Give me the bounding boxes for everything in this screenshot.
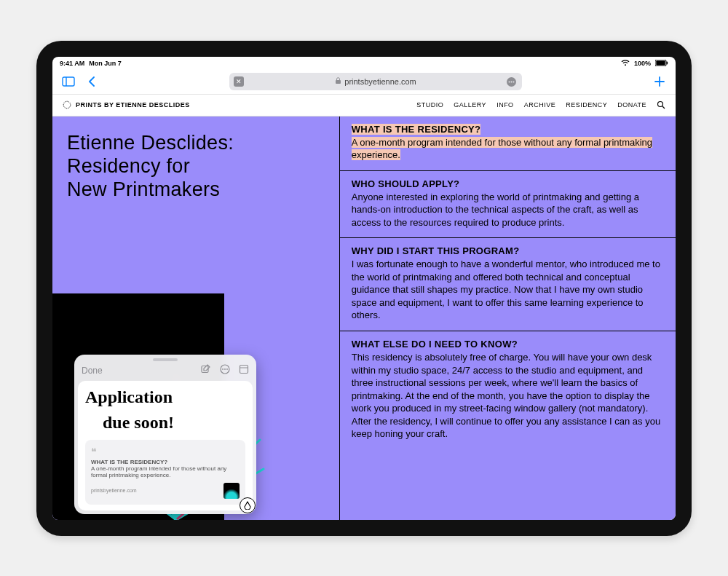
quick-note-done-button[interactable]: Done [82, 366, 103, 376]
svg-point-10 [63, 101, 71, 109]
faq-answer: Anyone interested in exploring the world… [352, 191, 661, 229]
link-card-source: printsbyetienne.com [91, 488, 137, 493]
svg-rect-1 [656, 60, 665, 65]
svg-point-16 [224, 368, 226, 370]
nav-link-residency[interactable]: RESIDENCY [566, 101, 607, 109]
link-card-title: WHAT IS THE RESIDENCY? [91, 459, 240, 465]
nav-link-gallery[interactable]: GALLERY [454, 101, 486, 109]
site-brand-text: PRINTS BY ETIENNE DESCLIDES [76, 101, 190, 109]
status-date: Mon Jun 7 [89, 60, 122, 67]
lock-icon [335, 77, 341, 86]
faq-item: WHAT ELSE DO I NEED TO KNOW? This reside… [340, 331, 676, 449]
markup-tool-icon[interactable] [240, 497, 256, 513]
svg-line-12 [662, 106, 665, 109]
nav-link-archive[interactable]: ARCHIVE [524, 101, 556, 109]
back-button[interactable] [83, 73, 100, 90]
wifi-icon [621, 60, 630, 66]
faq-question: WHAT ELSE DO I NEED TO KNOW? [352, 339, 661, 350]
faq-item: WHO SHOULD APPLY? Anyone interested in e… [340, 171, 676, 239]
more-icon[interactable] [220, 364, 230, 376]
page-settings-icon[interactable] [506, 76, 518, 87]
faq-answer: This residency is absolutely free of cha… [352, 351, 661, 441]
compose-icon[interactable] [201, 364, 211, 376]
handwriting-line-2: due soon! [103, 414, 245, 432]
quote-icon: ❝ [91, 446, 240, 457]
url-text: printsbyetienne.com [344, 77, 416, 86]
quick-note-body[interactable]: Application due soon! ❝ WHAT IS THE RESI… [78, 381, 253, 510]
faq-answer: A one-month program intended for those w… [352, 137, 652, 161]
sidebar-toggle-button[interactable] [60, 73, 77, 90]
svg-point-9 [513, 81, 515, 82]
faq-item: WHAT IS THE RESIDENCY? A one-month progr… [340, 117, 676, 171]
link-card-body: A one-month program intended for those w… [91, 465, 240, 478]
status-bar: 9:41 AM Mon Jun 7 100% [52, 57, 676, 70]
grid-icon[interactable] [239, 364, 249, 376]
faq-answer: I was fortunate enough to have a wonderf… [352, 258, 661, 322]
stop-reload-icon[interactable]: ✕ [234, 76, 244, 87]
link-card-thumbnail [223, 483, 240, 499]
svg-point-15 [222, 368, 223, 370]
svg-rect-5 [336, 80, 341, 84]
svg-rect-18 [240, 366, 248, 374]
safari-toolbar: ✕ printsbyetienne.com [52, 70, 676, 95]
quick-note-header: Done [74, 361, 256, 381]
gear-icon [63, 100, 71, 109]
faq-column: WHAT IS THE RESIDENCY? A one-month progr… [339, 117, 676, 520]
svg-point-7 [509, 81, 510, 82]
battery-icon [655, 60, 668, 66]
faq-question: WHO SHOULD APPLY? [352, 178, 661, 189]
faq-question: WHAT IS THE RESIDENCY? [352, 124, 481, 135]
address-bar[interactable]: ✕ printsbyetienne.com [229, 73, 521, 90]
nav-link-info[interactable]: INFO [496, 101, 514, 109]
nav-links: STUDIO GALLERY INFO ARCHIVE RESIDENCY DO… [416, 100, 665, 109]
nav-link-donate[interactable]: DONATE [617, 101, 646, 109]
ipad-screen: 9:41 AM Mon Jun 7 100% [52, 57, 676, 520]
left-column: Etienne Desclides: Residency for New Pri… [52, 117, 339, 520]
svg-point-8 [511, 81, 513, 82]
website-navbar: PRINTS BY ETIENNE DESCLIDES STUDIO GALLE… [52, 95, 676, 117]
svg-rect-2 [667, 62, 668, 65]
status-battery-pct: 100% [634, 60, 651, 67]
page-headline: Etienne Desclides: Residency for New Pri… [67, 131, 325, 202]
faq-question: WHY DID I START THIS PROGRAM? [352, 245, 661, 256]
faq-item: WHY DID I START THIS PROGRAM? I was fort… [340, 238, 676, 331]
status-time: 9:41 AM [60, 60, 84, 67]
page-content: Etienne Desclides: Residency for New Pri… [52, 117, 676, 520]
nav-link-studio[interactable]: STUDIO [416, 101, 443, 109]
quick-note-window[interactable]: Done Application due soon! ❝ WHAT IS THE… [74, 355, 256, 513]
site-logo[interactable]: PRINTS BY ETIENNE DESCLIDES [63, 100, 190, 109]
svg-point-11 [658, 102, 663, 107]
svg-rect-3 [63, 77, 74, 86]
quick-note-link-card[interactable]: ❝ WHAT IS THE RESIDENCY? A one-month pro… [85, 440, 245, 505]
handwriting-line-1: Application [85, 388, 245, 406]
new-tab-button[interactable] [651, 73, 668, 90]
svg-point-17 [226, 368, 228, 370]
ipad-device-frame: 9:41 AM Mon Jun 7 100% [36, 41, 692, 536]
search-icon[interactable] [657, 100, 665, 109]
